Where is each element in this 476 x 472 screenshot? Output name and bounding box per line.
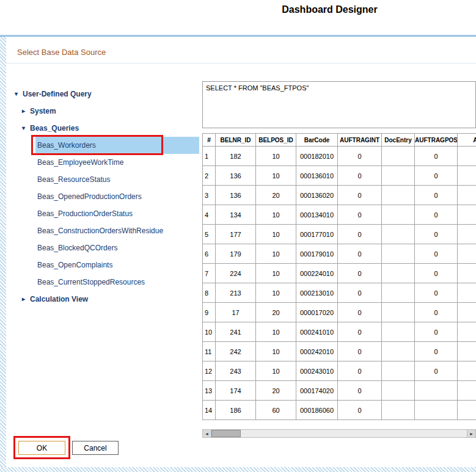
table-cell [458,381,476,401]
table-row[interactable]: 41341000013401000 [203,205,476,225]
table-horizontal-scrollbar[interactable]: ◄ ► [202,429,476,438]
table-cell: 0 [338,283,382,303]
table-cell: 241 [216,322,256,342]
table-cell [458,244,476,264]
column-header: DocEntry [382,134,415,147]
table-row[interactable]: 9172000001702000 [203,303,476,322]
table-cell [382,342,415,361]
table-cell: 000134010 [296,205,338,225]
column-header: AUFTRAGPOS [415,134,458,147]
table-row[interactable]: 61791000017901000 [203,244,476,264]
ok-button[interactable]: OK [18,441,65,455]
tree-item-label: Beas_OpenComplaints [37,261,112,269]
sql-query-editor[interactable]: SELECT * FROM "BEAS_FTPOS" [202,81,476,128]
table-row[interactable]: 31362000013602000 [203,186,476,205]
table-cell [382,166,415,186]
table-cell: 10 [256,205,296,225]
table-cell [458,225,476,244]
dashboard-designer-window: Dashboard Designer Select Base Data Sour… [0,0,476,472]
tree-item-Beas_Workorders[interactable]: Beas_Workorders [35,137,199,154]
tree-item-Beas_ProductionOrderStatus[interactable]: Beas_ProductionOrderStatus [35,205,199,222]
table-cell: 3 [203,186,216,205]
tree-item-Beas_EmployeeWorkTime[interactable]: Beas_EmployeeWorkTime [35,154,199,171]
table-cell [458,361,476,381]
table-cell [382,361,415,381]
table-cell: 17 [216,303,256,322]
preview-table: #BELNR_IDBELPOS_IDBarCodeAUFTRAGINTDocEn… [202,133,476,420]
tree-item-label: Beas_EmployeeWorkTime [37,158,123,167]
collapsed-triangle-icon[interactable]: ▸ [22,108,30,114]
scroll-left-button[interactable]: ◄ [203,430,211,437]
table-cell: 000224010 [296,264,338,283]
data-source-tree: ▾ User-Defined Query ▸ System ▾ Beas_Que… [15,85,199,308]
table-row[interactable]: 102411000024101000 [203,322,476,342]
table-cell: 2 [203,166,216,186]
table-row[interactable]: 14186600001860600 [203,401,476,420]
tree-item-Beas_OpenedProductionOrders[interactable]: Beas_OpenedProductionOrders [35,188,199,205]
table-cell [382,264,415,283]
tree-item-label: Beas_Queries [30,124,79,133]
cancel-button[interactable]: Cancel [72,441,119,455]
table-cell: 0 [338,264,382,283]
table-cell: 1 [203,147,216,166]
table-cell: 20 [256,186,296,205]
table-cell [458,147,476,166]
tree-item-Beas_ResourceStatus[interactable]: Beas_ResourceStatus [35,171,199,188]
table-cell [458,205,476,225]
table-cell [458,166,476,186]
preview-table-container: #BELNR_IDBELPOS_IDBarCodeAUFTRAGINTDocEn… [202,133,476,429]
table-row[interactable]: 51771000017701000 [203,225,476,244]
table-cell: 11 [203,342,216,361]
tree-item-label: Beas_CurrentStoppedResources [37,278,145,286]
table-row[interactable]: 11821000018201000 [203,147,476,166]
column-header: # [203,134,216,147]
table-cell [458,303,476,322]
tree-item-user-defined-query[interactable]: ▾ User-Defined Query [15,85,199,103]
tree-item-calculation-view[interactable]: ▸ Calculation View [22,291,199,308]
tree-item-Beas_CurrentStoppedResources[interactable]: Beas_CurrentStoppedResources [35,274,199,291]
table-cell: 4 [203,205,216,225]
table-cell: 242 [216,342,256,361]
table-row[interactable]: 122431000024301000 [203,361,476,381]
expanded-triangle-icon[interactable]: ▾ [22,125,30,131]
tree-item-system[interactable]: ▸ System [22,103,199,120]
scrollbar-thumb[interactable] [211,430,241,437]
table-row[interactable]: 112421000024201000 [203,342,476,361]
table-cell: 000182010 [296,147,338,166]
table-row[interactable]: 21361000013601000 [203,166,476,186]
scroll-right-button[interactable]: ► [467,430,475,437]
tree-item-Beas_OpenComplaints[interactable]: Beas_OpenComplaints [35,256,199,274]
table-cell [458,264,476,283]
tree-item-beas-queries[interactable]: ▾ Beas_Queries [22,120,199,137]
table-cell: 136 [216,166,256,186]
table-cell [382,244,415,264]
table-cell: 6 [203,244,216,264]
table-cell: 000017020 [296,303,338,322]
table-cell: 000179010 [296,244,338,264]
table-cell: 0 [338,205,382,225]
scrollbar-track[interactable] [211,430,467,437]
table-cell: 213 [216,283,256,303]
table-cell: 0 [415,322,458,342]
column-header: AUFTRAGINT [338,134,382,147]
table-cell: 182 [216,147,256,166]
table-cell: 7 [203,264,216,283]
table-cell: 174 [216,381,256,401]
table-cell: 0 [338,225,382,244]
expanded-triangle-icon[interactable]: ▾ [15,91,23,97]
tree-item-Beas_BlockedQCOrders[interactable]: Beas_BlockedQCOrders [35,239,199,256]
table-cell [382,401,415,420]
table-cell: 8 [203,283,216,303]
table-cell: 224 [216,264,256,283]
table-row[interactable]: 13174200001740200 [203,381,476,401]
table-cell: 10 [256,166,296,186]
table-row[interactable]: 82131000021301000 [203,283,476,303]
collapsed-triangle-icon[interactable]: ▸ [22,296,30,302]
table-cell: 10 [256,342,296,361]
table-cell [382,225,415,244]
tree-item-Beas_ConstructionOrdersWithResidue[interactable]: Beas_ConstructionOrdersWithResidue [35,222,199,239]
table-cell: 0 [415,244,458,264]
table-row[interactable]: 72241000022401000 [203,264,476,283]
table-cell: 0 [338,147,382,166]
table-cell: 10 [256,244,296,264]
